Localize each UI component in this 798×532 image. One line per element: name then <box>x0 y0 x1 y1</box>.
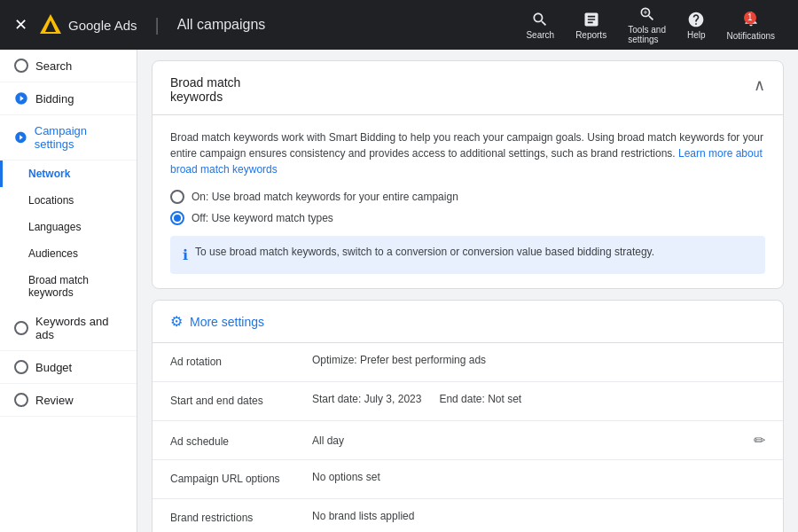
broad-match-info-box: ℹ To use broad match keywords, switch to… <box>170 236 765 274</box>
start-end-dates-label: Start and end dates <box>170 393 312 407</box>
logo-text: Google Ads <box>68 18 137 33</box>
sidebar-sub-audiences[interactable]: Audiences <box>0 240 137 267</box>
sidebar-locations-label: Locations <box>28 194 74 207</box>
sidebar: Search Bidding Campaign settings Network… <box>0 50 137 532</box>
nav-divider: | <box>155 15 160 35</box>
start-end-dates-value: Start date: July 3, 2023 End date: Not s… <box>312 393 765 405</box>
broad-match-desc-text: Broad match keywords work with Smart Bid… <box>170 131 763 160</box>
sidebar-item-bidding[interactable]: Bidding <box>0 82 137 115</box>
google-ads-logo: Google Ads <box>38 12 137 37</box>
sidebar-bidding-label: Bidding <box>35 92 74 106</box>
sidebar-keywords-icon <box>14 321 28 335</box>
sidebar-item-review[interactable]: Review <box>0 384 137 417</box>
sidebar-audiences-label: Audiences <box>28 247 78 260</box>
ad-rotation-value: Optimize: Prefer best performing ads <box>312 354 765 366</box>
tools-nav-label: Tools andsettings <box>628 25 666 44</box>
sidebar-campaign-settings-icon <box>14 130 27 145</box>
start-end-dates-row: Start and end dates Start date: July 3, … <box>153 382 783 421</box>
help-icon <box>687 11 705 28</box>
radio-off-label: Off: Use keyword match types <box>192 212 333 224</box>
main-layout: Search Bidding Campaign settings Network… <box>0 50 798 532</box>
more-settings-title[interactable]: More settings <box>190 315 264 329</box>
reports-nav-button[interactable]: Reports <box>567 5 615 45</box>
help-nav-button[interactable]: Help <box>678 5 715 45</box>
sidebar-sub-locations[interactable]: Locations <box>0 187 137 214</box>
notifications-nav-label: Notifications <box>727 31 775 41</box>
brand-restrictions-value: No brand lists applied <box>312 510 765 522</box>
info-icon: ℹ <box>183 246 188 265</box>
ad-schedule-row: Ad schedule All day ✏ <box>153 421 783 460</box>
radio-on-label: On: Use broad match keywords for your en… <box>192 191 458 203</box>
broad-match-option-off[interactable]: Off: Use keyword match types <box>170 211 765 225</box>
search-icon <box>531 11 549 28</box>
broad-match-body: Broad match keywords work with Smart Bid… <box>153 115 783 288</box>
sidebar-network-label: Network <box>28 168 70 180</box>
sidebar-item-keywords-ads[interactable]: Keywords and ads <box>0 306 137 351</box>
sidebar-bidding-icon <box>14 91 28 106</box>
google-ads-icon <box>38 12 63 37</box>
brand-restrictions-label: Brand restrictions <box>170 510 312 524</box>
campaign-url-row: Campaign URL options No options set <box>153 460 783 499</box>
more-settings-header: ⚙ More settings <box>153 301 783 343</box>
sidebar-review-label: Review <box>35 394 74 407</box>
sidebar-sub-languages[interactable]: Languages <box>0 214 137 240</box>
start-date: Start date: July 3, 2023 <box>312 393 421 405</box>
sidebar-sub-broad-match[interactable]: Broad match keywords <box>0 267 137 306</box>
close-button[interactable]: ✕ <box>14 15 27 35</box>
end-date: End date: Not set <box>439 393 521 405</box>
sidebar-search-label: Search <box>35 59 72 73</box>
help-nav-label: Help <box>687 30 706 40</box>
broad-match-title: Broad matchkeywords <box>170 75 240 104</box>
reports-nav-label: Reports <box>575 30 606 40</box>
campaign-url-label: Campaign URL options <box>170 471 312 485</box>
top-navigation: ✕ Google Ads | All campaigns Search Repo… <box>0 0 798 50</box>
notifications-nav-button[interactable]: 1 Notifications <box>718 4 784 46</box>
sidebar-sub-network[interactable]: Network <box>0 160 137 187</box>
ad-schedule-edit-icon[interactable]: ✏ <box>754 432 765 449</box>
ad-rotation-row: Ad rotation Optimize: Prefer best perfor… <box>153 343 783 382</box>
campaign-url-value: No options set <box>312 471 765 483</box>
ad-schedule-label: Ad schedule <box>170 434 312 448</box>
gear-icon: ⚙ <box>170 313 183 330</box>
sidebar-keywords-label: Keywords and ads <box>35 315 122 341</box>
tools-nav-button[interactable]: Tools andsettings <box>619 0 675 50</box>
sidebar-languages-label: Languages <box>28 221 81 233</box>
sidebar-budget-icon <box>14 360 28 374</box>
sidebar-item-budget[interactable]: Budget <box>0 351 137 384</box>
nav-right: Search Reports Tools andsettings Help 1 … <box>517 0 784 50</box>
radio-on-icon <box>170 190 184 204</box>
sidebar-broad-match-label: Broad match keywords <box>28 274 89 299</box>
sidebar-review-icon <box>14 393 28 407</box>
sidebar-item-search[interactable]: Search <box>0 50 137 82</box>
notifications-badge: 1 <box>744 12 756 24</box>
sidebar-budget-label: Budget <box>35 361 72 374</box>
settings-table: Ad rotation Optimize: Prefer best perfor… <box>153 343 783 532</box>
broad-match-option-on[interactable]: On: Use broad match keywords for your en… <box>170 190 765 204</box>
page-title: All campaigns <box>177 17 266 33</box>
sidebar-search-icon <box>14 59 28 73</box>
info-box-text: To use broad match keywords, switch to a… <box>195 245 654 260</box>
search-nav-button[interactable]: Search <box>517 5 563 45</box>
broad-match-description: Broad match keywords work with Smart Bid… <box>170 129 765 177</box>
more-settings-card: ⚙ More settings Ad rotation Optimize: Pr… <box>152 300 784 532</box>
sidebar-campaign-settings-label: Campaign settings <box>35 124 122 151</box>
brand-restrictions-row: Brand restrictions No brand lists applie… <box>153 499 783 532</box>
search-nav-label: Search <box>526 30 554 40</box>
broad-match-options: On: Use broad match keywords for your en… <box>170 190 765 225</box>
broad-match-card: Broad matchkeywords ∧ Broad match keywor… <box>152 60 784 289</box>
ad-rotation-label: Ad rotation <box>170 354 312 368</box>
radio-off-icon <box>170 211 184 225</box>
broad-match-header: Broad matchkeywords ∧ <box>153 61 783 115</box>
ad-schedule-value: All day <box>312 434 754 447</box>
nav-left: ✕ Google Ads | All campaigns <box>14 12 517 37</box>
main-content: Broad matchkeywords ∧ Broad match keywor… <box>137 50 798 532</box>
collapse-button[interactable]: ∧ <box>754 75 765 95</box>
tools-icon <box>638 5 656 23</box>
sidebar-item-campaign-settings[interactable]: Campaign settings <box>0 115 137 160</box>
reports-icon <box>583 11 600 28</box>
